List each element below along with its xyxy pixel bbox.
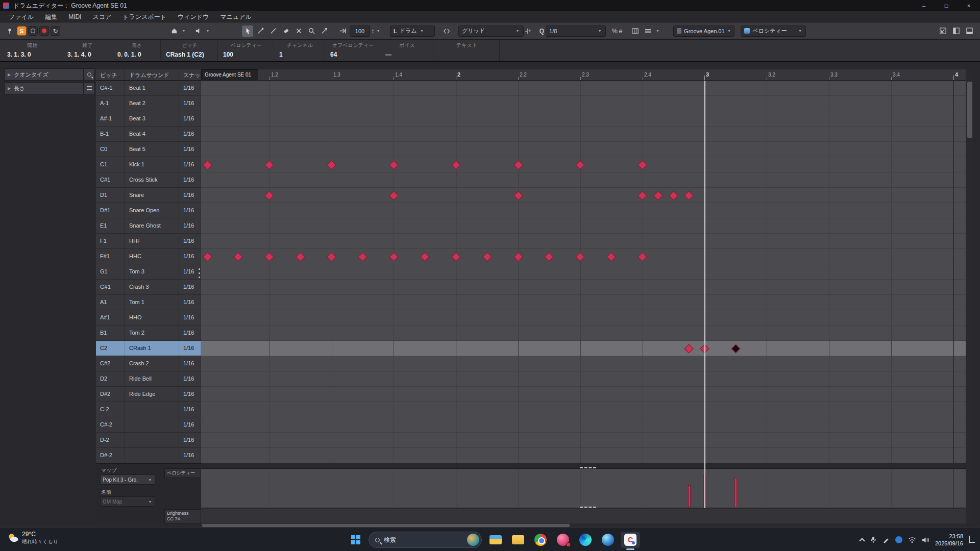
vertical-scrollbar-thumb[interactable] [967, 82, 972, 138]
window-zones-dropdown[interactable]: ▾ [181, 29, 186, 33]
snap-cell[interactable]: 1/16 [179, 387, 201, 402]
microphone-icon[interactable] [870, 536, 877, 543]
snap-cell[interactable]: 1/16 [179, 249, 201, 264]
velocity-lane-label[interactable]: ベロシティー [164, 468, 201, 478]
snap-cell[interactable]: 1/16 [179, 356, 201, 371]
pin-button[interactable] [4, 26, 15, 37]
list-grid-divider-handle[interactable] [199, 268, 200, 281]
info-field-開始[interactable]: 開始3. 1. 3. 0 [2, 40, 62, 61]
taskbar-icon-pink-app[interactable] [553, 532, 573, 548]
lane-divider-dashes[interactable] [580, 507, 596, 508]
snap-type-icon[interactable]: -|+ [525, 28, 531, 34]
line-tool[interactable] [267, 26, 279, 37]
quantize-panel-button[interactable]: e [619, 28, 623, 35]
grid-lane-A#-1[interactable] [201, 111, 966, 127]
grid-lane-C2[interactable] [201, 341, 966, 356]
snap-cell[interactable]: 1/16 [179, 111, 201, 126]
playhead[interactable] [704, 81, 705, 508]
drum-map-dropdown[interactable]: Pop Kit 3 - Gro. ▾ [100, 474, 155, 485]
vertical-scrollbar[interactable] [966, 69, 973, 523]
drum-row-D#-2[interactable]: D#-21/16 [96, 448, 201, 463]
snap-cell[interactable]: 1/16 [179, 280, 201, 294]
lane-setup-dropdown[interactable]: ▾ [655, 29, 660, 33]
grid-lane-D#-2[interactable] [201, 448, 966, 463]
menu-item-ウィンドウ[interactable]: ウィンドウ [172, 11, 214, 22]
search-highlight-image[interactable] [467, 534, 479, 546]
iterative-quantize-button[interactable]: % [612, 28, 618, 35]
velocity-stepper[interactable]: ▲▼ [372, 29, 374, 34]
quantize-section[interactable]: ▶ クオンタイズ [4, 68, 95, 81]
drum-row-D-2[interactable]: D-21/16 [96, 433, 201, 448]
window-layout-bottom-button[interactable] [964, 26, 975, 37]
menu-item-マニュアル[interactable]: マニュアル [214, 11, 257, 22]
snap-cell[interactable]: 1/16 [179, 188, 201, 203]
drum-row-D1[interactable]: D1Snare1/16 [96, 188, 201, 203]
drum-row-G#-1[interactable]: G#-1Beat 11/16 [96, 81, 201, 96]
drum-row-C#-2[interactable]: C#-21/16 [96, 417, 201, 433]
velocity-lane[interactable] [201, 468, 966, 508]
grid-lane-G1[interactable] [201, 264, 966, 280]
trim-tool[interactable] [318, 26, 330, 37]
part-selector-dropdown[interactable]: Groove Agen.01 ▾ [673, 26, 734, 37]
velocity-bar[interactable] [688, 485, 691, 507]
grid-lane-D#1[interactable] [201, 203, 966, 218]
snap-cell[interactable]: 1/16 [179, 402, 201, 417]
drum-row-B1[interactable]: B1Tom 21/16 [96, 325, 201, 341]
grid-lane-A#1[interactable] [201, 310, 966, 325]
drum-row-C-2[interactable]: C-21/16 [96, 402, 201, 417]
info-field-チャンネル[interactable]: チャンネル1 [274, 40, 325, 61]
drum-row-F#1[interactable]: F#1HHC1/16 [96, 249, 201, 264]
drumstick-tool[interactable] [255, 26, 266, 37]
grid-lane-C#1[interactable] [201, 172, 966, 188]
grid-lane-D-2[interactable] [201, 433, 966, 448]
info-field-ボイス[interactable]: ボイス— [380, 40, 433, 61]
grid-lane-G#1[interactable] [201, 280, 966, 295]
lane-setup-button[interactable] [642, 26, 653, 37]
length-options-button[interactable] [84, 82, 95, 94]
tray-app-icon[interactable] [895, 536, 902, 543]
drum-row-A#-1[interactable]: A#-1Beat 31/16 [96, 111, 201, 127]
snap-cell[interactable]: 1/16 [179, 142, 201, 157]
grid-lane-A-1[interactable] [201, 96, 966, 111]
grid-lane-A1[interactable] [201, 295, 966, 310]
menu-item-スコア[interactable]: スコア [87, 11, 117, 22]
info-field-終了[interactable]: 終了3. 1. 4. 0 [62, 40, 112, 61]
solo-editor-button[interactable]: S [17, 26, 27, 36]
grid-lane-B1[interactable] [201, 325, 966, 341]
taskbar-clock[interactable]: 23:58 2025/09/16 [935, 533, 963, 547]
weather-widget[interactable]: 29°C 晴れ時々くもり [7, 531, 58, 545]
snap-cell[interactable]: 1/16 [179, 218, 201, 233]
drum-row-C0[interactable]: C0Beat 51/16 [96, 142, 201, 157]
minimize-button[interactable]: – [913, 0, 935, 11]
taskbar-icon-explorer[interactable] [486, 532, 505, 548]
object-selection-tool[interactable] [242, 26, 253, 37]
snap-cell[interactable]: 1/16 [179, 234, 201, 248]
wifi-icon[interactable] [908, 537, 916, 543]
taskbar-icon-chrome[interactable] [531, 532, 550, 548]
drum-row-G1[interactable]: G1Tom 31/16 [96, 264, 201, 280]
drum-row-G#1[interactable]: G#1Crash 31/16 [96, 280, 201, 295]
horizontal-scrollbar-thumb[interactable] [202, 524, 570, 527]
snap-cell[interactable]: 1/16 [179, 96, 201, 111]
loop-button[interactable]: ↻ [51, 26, 60, 36]
volume-icon[interactable] [922, 537, 929, 543]
insert-velocity-value[interactable]: 100 [350, 26, 370, 37]
snap-cell[interactable]: 1/16 [179, 172, 201, 187]
menu-item-トランスポート[interactable]: トランスポート [117, 11, 172, 22]
snap-cell[interactable]: 1/16 [179, 203, 201, 218]
drum-row-D#1[interactable]: D#1Snare Open1/16 [96, 203, 201, 218]
snap-cell[interactable]: 1/16 [179, 81, 201, 95]
snap-cell[interactable]: 1/16 [179, 264, 201, 279]
tray-overflow-chevron[interactable] [859, 538, 865, 543]
grid-lane-C#2[interactable] [201, 356, 966, 371]
erase-tool[interactable] [280, 26, 291, 37]
menu-item-ファイル[interactable]: ファイル [3, 11, 39, 22]
snap-cell[interactable]: 1/16 [179, 310, 201, 325]
grid-lane-C-2[interactable] [201, 402, 966, 417]
mute-tool[interactable] [293, 26, 304, 37]
snap-cell[interactable]: 1/16 [179, 417, 201, 432]
drum-row-C#1[interactable]: C#1Cross Stick1/16 [96, 172, 201, 188]
expand-arrow-icon[interactable]: ▶ [8, 72, 11, 77]
timeline-ruler[interactable]: 1.21.31.422.22.32.433.23.33.44 [201, 69, 966, 81]
cc-lane-label[interactable]: Brightness CC 74 [164, 509, 201, 523]
